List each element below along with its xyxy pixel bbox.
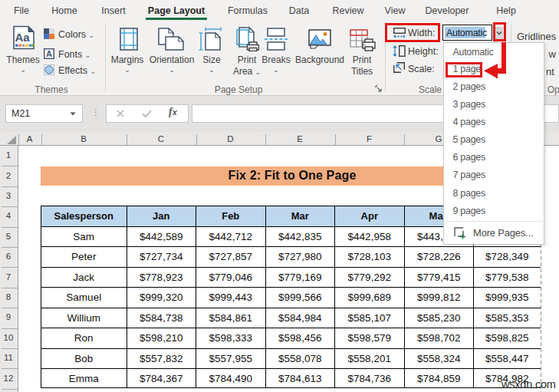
svg-text:A: A (46, 49, 52, 58)
svg-text:Aa: Aa (15, 31, 30, 44)
